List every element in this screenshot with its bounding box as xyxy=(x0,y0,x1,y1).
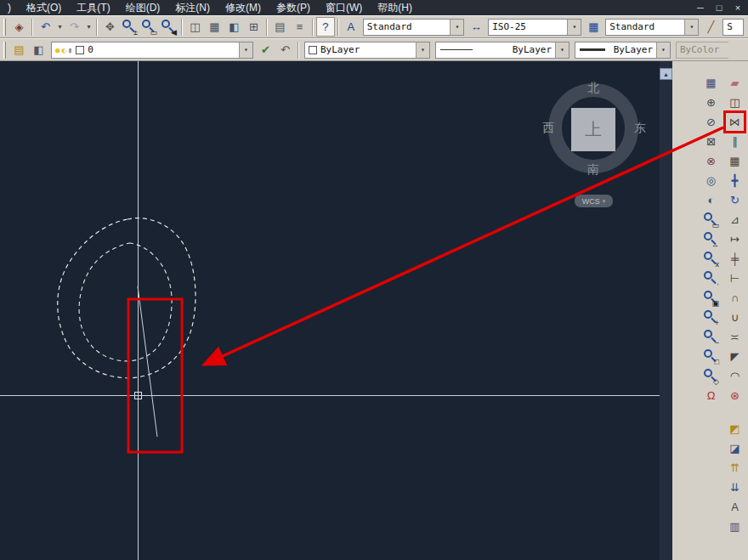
object-snap-icon[interactable]: Ω xyxy=(701,386,721,405)
array-icon[interactable]: ▦ xyxy=(725,151,745,171)
draw-order-icon[interactable]: ▥ xyxy=(725,517,745,536)
match-properties-icon[interactable]: ╱ xyxy=(701,17,720,37)
undo-dropdown[interactable]: ▾ xyxy=(55,17,65,37)
join-icon[interactable]: ≍ xyxy=(725,327,745,347)
compass-north-label[interactable]: 北 xyxy=(548,81,638,96)
properties-palette-icon[interactable]: ≡ xyxy=(290,17,309,37)
menu-item[interactable]: 参数(P) xyxy=(269,0,318,15)
scale-icon[interactable]: ⊿ xyxy=(725,210,745,229)
chevron-down-icon[interactable]: ▾ xyxy=(239,42,252,58)
camera-view-icon[interactable]: ⊞ xyxy=(244,17,264,37)
break-at-point-icon[interactable]: ∩ xyxy=(725,288,745,308)
dim-style-combo[interactable]: ISO-25 ▾ xyxy=(488,19,581,36)
help-icon[interactable]: ? xyxy=(316,17,335,37)
explode-icon[interactable]: ⊛ xyxy=(725,386,745,405)
chevron-down-icon[interactable]: ▾ xyxy=(416,42,429,58)
zoom-out-icon[interactable]: − xyxy=(701,327,721,347)
layer-combo[interactable]: ●◐▮ 0 ▾ xyxy=(51,42,253,59)
view-compass[interactable]: 上 北 西 东 南 xyxy=(548,83,638,173)
redo-dropdown[interactable]: ▾ xyxy=(84,17,94,37)
menu-item[interactable]: 修改(M) xyxy=(218,0,269,15)
move-icon[interactable]: ╋ xyxy=(725,171,745,190)
rotate-icon[interactable]: ↻ xyxy=(725,190,745,210)
zoom-scale-icon[interactable]: x xyxy=(701,249,721,269)
shade-icon[interactable]: ◐ xyxy=(701,190,721,210)
restore-button[interactable]: □ xyxy=(712,3,726,13)
offset-icon[interactable]: ∥ xyxy=(725,132,745,151)
lineweight-combo[interactable]: ByLayer ▾ xyxy=(575,42,671,59)
chamfer-icon[interactable]: ◤ xyxy=(725,347,745,366)
drawing-canvas[interactable]: 上 北 西 东 南 WCS▾ xyxy=(0,61,660,560)
minimize-button[interactable]: ─ xyxy=(694,3,707,13)
zoom-realtime-icon[interactable]: ± xyxy=(120,17,139,37)
sheet-set-manager-icon[interactable]: ◈ xyxy=(9,17,29,37)
menu-item[interactable]: 工具(T) xyxy=(69,0,117,15)
compass-south-label[interactable]: 南 xyxy=(548,162,638,178)
calculator-icon[interactable]: ▤ xyxy=(270,17,290,37)
zoom-window-icon[interactable]: ▭ xyxy=(701,210,721,229)
toolbar-grip[interactable] xyxy=(3,42,6,59)
scroll-up-arrow[interactable]: ▲ xyxy=(660,68,672,80)
table-style-combo[interactable]: Standard ▾ xyxy=(605,19,699,36)
layer-states-icon[interactable]: ◧ xyxy=(29,40,48,59)
bring-above-objects-icon[interactable]: ⇈ xyxy=(725,458,745,478)
send-under-objects-icon[interactable]: ⇊ xyxy=(725,478,745,497)
zoom-center-icon[interactable]: · xyxy=(701,269,721,288)
compass-top-face[interactable]: 上 xyxy=(571,108,615,151)
menu-item[interactable]: 标注(N) xyxy=(167,0,218,15)
divide-icon[interactable]: ⊘ xyxy=(701,112,721,132)
layer-properties-manager-icon[interactable]: ▤ xyxy=(9,40,29,59)
chevron-down-icon[interactable]: ▾ xyxy=(656,42,670,58)
text-style-manager-icon[interactable]: A xyxy=(342,17,360,37)
delete-icon[interactable]: ⊗ xyxy=(701,151,721,171)
trim-icon[interactable]: ╪ xyxy=(725,249,745,269)
menu-item[interactable]: 绘图(D) xyxy=(118,0,168,15)
zoom-dynamic-icon[interactable]: ↔ xyxy=(701,229,721,249)
color-combo[interactable]: ByLayer ▾ xyxy=(304,42,430,59)
zoom-previous-icon[interactable]: ◀ xyxy=(159,17,178,37)
zoom-window-icon[interactable]: ▭ xyxy=(139,17,159,37)
extend-icon[interactable]: ⊢ xyxy=(725,269,745,288)
mirror-icon[interactable]: ⋈ xyxy=(725,112,745,132)
menu-item[interactable]: 帮助(H) xyxy=(370,0,420,15)
3d-orbit-icon[interactable]: ◎ xyxy=(701,171,721,190)
zoom-extents-icon[interactable]: ◇ xyxy=(701,366,721,386)
point-style-icon[interactable]: ⊕ xyxy=(701,93,721,112)
text-style-combo[interactable]: Standard ▾ xyxy=(363,19,465,36)
toolbar-grip[interactable] xyxy=(3,19,6,36)
stretch-icon[interactable]: ↦ xyxy=(725,229,745,249)
chevron-down-icon[interactable]: ▾ xyxy=(684,20,698,35)
vertical-scrollbar[interactable]: ▲ xyxy=(660,61,672,560)
fillet-icon[interactable]: ◠ xyxy=(725,366,745,386)
3d-views-icon[interactable]: ◧ xyxy=(224,17,244,37)
redo-icon[interactable]: ↷ xyxy=(65,17,84,37)
clip-icon[interactable]: ⊠ xyxy=(701,132,721,151)
break-icon[interactable]: ∪ xyxy=(725,308,745,327)
compass-east-label[interactable]: 东 xyxy=(634,121,646,136)
table-style-manager-icon[interactable]: ▦ xyxy=(584,17,603,37)
bring-to-front-icon[interactable]: ◩ xyxy=(725,419,745,438)
erase-icon[interactable]: ▰ xyxy=(725,73,745,93)
undo-icon[interactable]: ↶ xyxy=(36,17,55,37)
make-object-layer-current-icon[interactable]: ✔ xyxy=(256,40,275,59)
named-views-icon[interactable]: ▦ xyxy=(205,17,224,37)
compass-west-label[interactable]: 西 xyxy=(542,121,554,136)
send-to-back-icon[interactable]: ◪ xyxy=(725,438,745,458)
dim-style-manager-icon[interactable]: ↔ xyxy=(467,17,485,37)
layer-previous-icon[interactable]: ↶ xyxy=(275,40,295,59)
text-icon[interactable]: A xyxy=(725,497,745,517)
menu-item[interactable]: ) xyxy=(0,0,19,15)
linetype-combo[interactable]: ByLayer ▾ xyxy=(435,42,570,59)
chevron-down-icon[interactable]: ▾ xyxy=(555,42,569,58)
chevron-down-icon[interactable]: ▾ xyxy=(450,20,463,35)
layout-viewports-icon[interactable]: ◫ xyxy=(185,17,205,37)
copy-icon[interactable]: ◫ xyxy=(725,93,745,112)
wcs-badge[interactable]: WCS▾ xyxy=(575,195,613,207)
zoom-in-icon[interactable]: + xyxy=(701,308,721,327)
partial-style-combo[interactable]: S xyxy=(722,19,744,36)
close-button[interactable]: × xyxy=(731,3,745,13)
zoom-object-icon[interactable]: ▣ xyxy=(701,288,721,308)
pan-icon[interactable]: ✥ xyxy=(100,17,120,37)
menu-item[interactable]: 窗口(W) xyxy=(318,0,370,15)
chevron-down-icon[interactable]: ▾ xyxy=(567,20,581,35)
